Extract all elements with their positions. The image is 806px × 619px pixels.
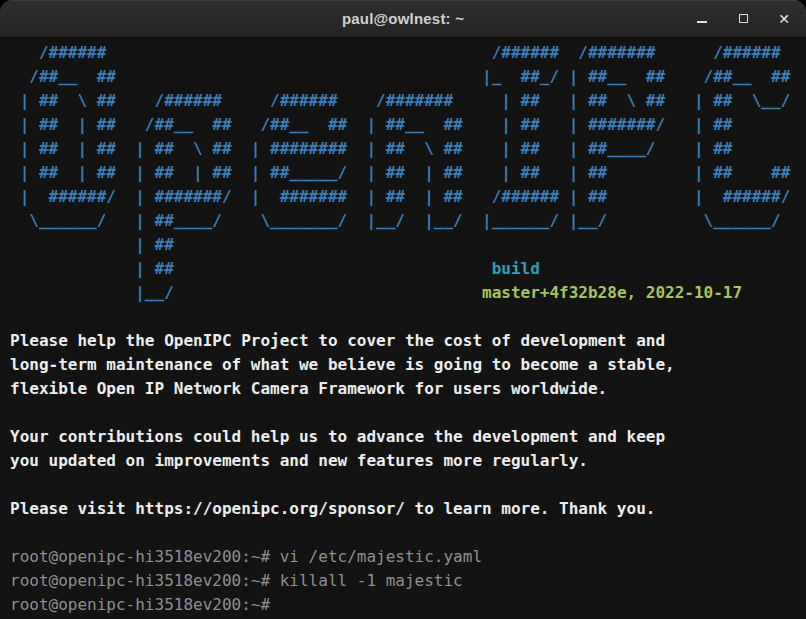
ascii-art-line: /###### /###### /####### /###### [10,41,806,65]
ascii-art-line: | ## [10,233,806,257]
sponsor-text-line: Your contributions could help us to adva… [10,425,806,449]
window-controls: ✕ [690,0,796,37]
ascii-art-line: | ## | ## /##__ ## /##__ ## | ##__ ## | … [10,113,806,137]
sponsor-text-line: you updated on improvements and new feat… [10,449,806,473]
sponsor-text-line: Please help the OpenIPC Project to cover… [10,329,806,353]
blank-line [10,401,806,425]
ascii-art-line: | ######/ | #######/ | ####### | ## | ##… [10,185,806,209]
minimize-icon [697,21,707,23]
sponsor-url-line: Please visit https://openipc.org/sponsor… [10,497,806,521]
ascii-art-segment: |__/ [10,283,482,302]
terminal-window: paul@owlnest: ~ ✕ /###### /###### /#####… [0,0,806,619]
close-button[interactable]: ✕ [772,7,796,31]
minimize-button[interactable] [690,7,714,31]
blank-line [10,305,806,329]
sponsor-text-line: flexible Open IP Network Camera Framewor… [10,377,806,401]
blank-line [10,521,806,545]
ascii-art-line: | ## \ ## /###### /###### /####### | ## … [10,89,806,113]
close-icon: ✕ [778,12,790,26]
prompt-line: root@openipc-hi3518ev200:~# killall -1 m… [10,569,806,593]
ascii-art-line: | ## | ## | ## | ## | ##_____/ | ## | ##… [10,161,806,185]
window-title: paul@owlnest: ~ [342,10,464,27]
titlebar[interactable]: paul@owlnest: ~ ✕ [0,0,806,38]
prompt-line: root@openipc-hi3518ev200:~# vi /etc/maje… [10,545,806,569]
build-label: build [492,259,540,278]
blank-line [10,473,806,497]
ascii-art-line: | ## | ## | ## \ ## | ######## | ## \ ##… [10,137,806,161]
prompt-line: root@openipc-hi3518ev200:~# [10,593,806,617]
maximize-button[interactable] [731,7,755,31]
ascii-art-line: /##__ ## |_ ##_/ | ##__ ## /##__ ## [10,65,806,89]
ascii-art-line: |__/ master+4f32b28e, 2022-10-17 [10,281,806,305]
firmware-version-text: master+4f32b28e, 2022-10-17 [482,283,742,302]
maximize-icon [739,14,748,23]
sponsor-text-line: long-term maintenance of what we believe… [10,353,806,377]
terminal-screen[interactable]: /###### /###### /####### /###### /##__ #… [0,38,806,619]
ascii-art-line: | ## build [10,257,806,281]
ascii-art-segment: | ## [10,259,492,278]
ascii-art-line: \______/ | ##____/ \_______/ |__/ |__/ |… [10,209,806,233]
